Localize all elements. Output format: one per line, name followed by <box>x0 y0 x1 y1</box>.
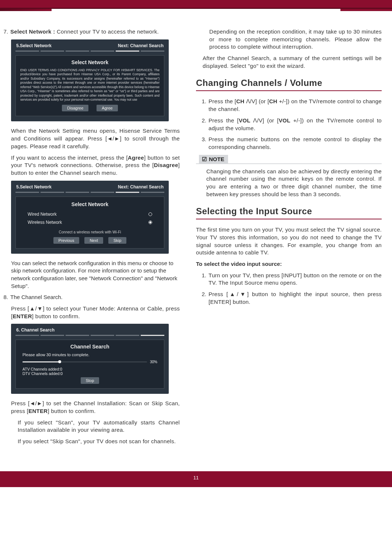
right-column: Depending on the reception condition, it… <box>196 26 382 449</box>
item-text: Press [▲/▼] button to highlight the inpu… <box>209 291 382 306</box>
item-number: 1. <box>199 98 206 113</box>
text-run: ᐱ/V] (or [ <box>246 98 269 104</box>
item-number: 2. <box>199 291 206 306</box>
section-title: Selecting the Input Source <box>196 206 382 216</box>
text-bold: Disagree <box>154 162 178 168</box>
option-wired[interactable]: Wired Network <box>26 210 154 218</box>
list-item: 2. Press [▲/▼] button to highlight the i… <box>199 291 382 306</box>
scan-message: Please allow 30 minutes to complete. <box>22 353 157 357</box>
panel-step-label: 5.Select Network <box>16 184 52 190</box>
list-item: 3. Press the numeric buttons on the remo… <box>199 136 382 151</box>
rule <box>196 219 382 219</box>
step-progress <box>15 192 164 193</box>
paragraph: If you select "Scan", your TV automatica… <box>18 419 180 434</box>
left-column: 7. Select Network : Connect your TV to a… <box>0 26 180 449</box>
list-item: 2. Press the [VOL ᐱ/V] (or [VOL +/-]) on… <box>199 117 382 132</box>
previous-button[interactable]: Previous <box>53 237 80 244</box>
item-number: 7. <box>0 28 8 36</box>
frame-title: Channel Search <box>22 344 157 350</box>
atv-count: ATV Channels added:0 <box>22 367 157 371</box>
step-progress <box>15 335 164 336</box>
text-bold: VOL <box>239 117 253 124</box>
text-run: Press the [ <box>209 117 239 124</box>
panel-next-label: Next: Channel Search <box>118 43 164 48</box>
option-label: Wired Network <box>28 212 57 217</box>
list-item: 7. Select Network : Connect your TV to a… <box>0 28 180 36</box>
text-run: ] button to confirm. <box>32 313 80 319</box>
page-number: 11 <box>193 475 199 480</box>
paragraph: Press [◄/►] to set the Channel Installat… <box>11 400 180 415</box>
section-title: Changing Channels / Volume <box>196 78 382 88</box>
option-wireless[interactable]: Wireless Network <box>26 218 154 226</box>
text-bold: ENTER <box>13 313 32 319</box>
frame-title: Select Network <box>26 201 154 207</box>
stop-button[interactable]: Stop <box>81 377 99 384</box>
subheading: To select the video input source: <box>196 260 382 268</box>
option-label: Wireless Network <box>28 220 62 225</box>
note-text: Changing the channels can also be achiev… <box>206 168 382 198</box>
item-number: 8. <box>0 294 8 301</box>
paragraph: Depending on the reception condition, it… <box>209 28 382 51</box>
text-run: ] button to confirm. <box>48 408 95 414</box>
disagree-button[interactable]: Disagree <box>62 105 88 111</box>
step-progress <box>15 51 164 52</box>
text-bold: VOL <box>279 117 293 124</box>
paragraph: If you want to access the internet, pres… <box>11 154 180 177</box>
item-text: The Channel Search. <box>10 294 180 301</box>
paragraph: Press [▲/▼] to select your Tuner Mode: A… <box>11 305 180 320</box>
frame-title: Select Network <box>20 59 160 65</box>
lead-strong: Select Network : <box>10 28 57 35</box>
wizard-panel-channel-search: 6. Channel Search Channel Search Please … <box>11 324 169 394</box>
paragraph: If you select "Skip Scan", your TV does … <box>18 438 180 445</box>
panel-step-label: 6. Channel Search <box>16 327 55 333</box>
header-bar <box>0 0 392 9</box>
text-run: ᐱ/V] (or [ <box>253 117 279 124</box>
radio-icon <box>148 212 152 216</box>
item-number: 1. <box>199 272 206 287</box>
radio-selected-icon <box>148 221 152 224</box>
panel-step-label: 5.Select Network <box>16 43 52 48</box>
page-body: 7. Select Network : Connect your TV to a… <box>0 11 392 456</box>
next-button[interactable]: Next <box>84 237 103 244</box>
item-number: 3. <box>199 136 206 151</box>
agree-button[interactable]: Agree <box>97 105 118 111</box>
item-text: Press the numeric buttons on the remote … <box>209 136 382 151</box>
note-icon: ☑ <box>202 156 207 163</box>
text-bold: ENTER <box>28 408 48 414</box>
header-decoration <box>0 9 392 11</box>
text-run: If you want to access the internet, pres… <box>11 155 128 161</box>
item-number: 2. <box>199 117 206 132</box>
progress-bar <box>22 361 147 362</box>
paragraph: When the Network Setting menu opens, His… <box>11 127 180 150</box>
paragraph: The first time you turn on your TV, you … <box>196 226 382 257</box>
rule <box>196 90 382 91</box>
text-bold: Agree <box>128 155 144 161</box>
panel-next-label: Next: Channel Search <box>118 184 164 190</box>
paragraph: After the Channel Search, a summary of t… <box>203 55 382 70</box>
wizard-panel-terms: 5.Select Network Next: Channel Search Se… <box>11 39 169 122</box>
list-item: 1. Turn on your TV, then press [INPUT] b… <box>199 272 382 287</box>
item-text: Turn on your TV, then press [INPUT] butt… <box>209 272 382 287</box>
page-footer: 11 <box>0 471 392 487</box>
eula-text: END USER TERMS AND CONDITIONS AND PRIVAC… <box>20 68 160 102</box>
text-bold: CH <box>269 98 279 104</box>
note-label: NOTE <box>209 156 224 162</box>
lead-rest: Connect your TV to access the network. <box>57 28 159 35</box>
option-hint: Connect a wireless network with Wi-Fi <box>26 230 154 234</box>
note-block: ☑ NOTE <box>196 155 382 164</box>
paragraph: You can select the network configuration… <box>11 260 180 290</box>
list-item: 8. The Channel Search. <box>0 294 180 301</box>
text-run: Press the [ <box>209 98 236 104</box>
dtv-count: DTV Channels added:0 <box>22 371 157 376</box>
text-bold: CH <box>236 98 246 104</box>
skip-button[interactable]: Skip <box>108 237 126 244</box>
list-item: 1. Press the [CH ᐱ/V] (or [CH +/-]) on t… <box>199 98 382 113</box>
progress-percent: 30% <box>150 360 157 364</box>
wizard-panel-network: 5.Select Network Next: Channel Search Se… <box>11 181 169 254</box>
